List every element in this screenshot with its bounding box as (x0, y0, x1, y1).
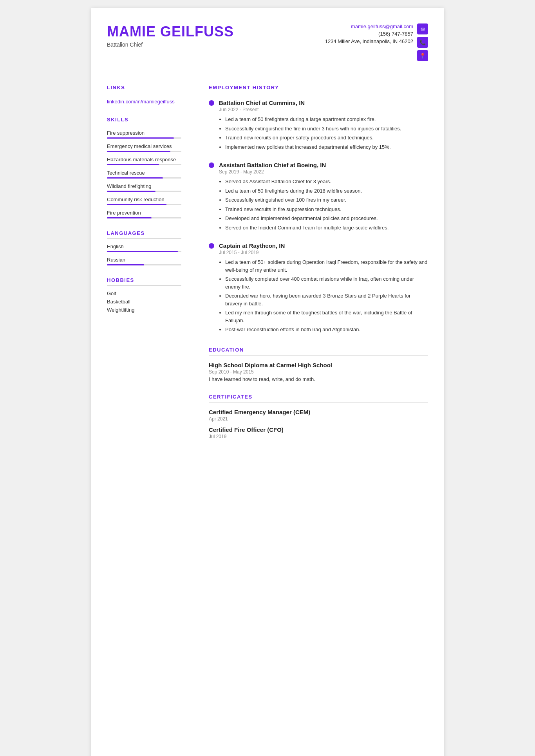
links-title: LINKS (107, 85, 181, 93)
candidate-title: Battalion Chief (107, 41, 234, 48)
sidebar: LINKS linkedin.com/in/mamiegeilfuss SKIL… (91, 73, 193, 463)
job-bullet: Successfully extinguished the fire in un… (225, 125, 428, 133)
skill-bar-bg (107, 204, 181, 205)
certificate-item: Certified Emergency Manager (CEM) Apr 20… (209, 409, 428, 422)
skill-bar-fill (107, 137, 174, 139)
job-bullet: Post-war reconstruction efforts in both … (225, 326, 428, 334)
job-content: Captain at Raytheon, IN Jul 2015 - Jul 2… (219, 242, 428, 335)
certificate-item: Certified Fire Officer (CFO) Jul 2019 (209, 426, 428, 439)
skill-bar-bg (107, 151, 181, 152)
header-left: MAMIE GEILFUSS Battalion Chief (107, 23, 234, 48)
skill-item: Fire prevention (107, 210, 181, 218)
email-link[interactable]: mamie.geilfuss@gmail.com (325, 23, 413, 29)
job-bullet: Led a team of 50 firefighters during the… (225, 187, 428, 195)
skill-bar-fill (107, 191, 155, 192)
job-content: Battalion Chief at Cummins, IN Jun 2022 … (219, 99, 428, 152)
job-bullet: Led my men through some of the toughest … (225, 309, 428, 324)
job-bullet: Led a team of 50+ soldiers during Operat… (225, 258, 428, 274)
resume-header: MAMIE GEILFUSS Battalion Chief mamie.gei… (91, 8, 444, 73)
job-dates: Jul 2015 - Jul 2019 (219, 250, 428, 255)
language-item: English (107, 244, 181, 252)
education-list: High School Diploma at Carmel High Schoo… (209, 362, 428, 382)
skill-bar-bg (107, 164, 181, 165)
skill-bar-bg (107, 137, 181, 139)
phone-number: (156) 747-7857 (325, 31, 413, 37)
job-bullet: Trained new recruits on proper safety pr… (225, 134, 428, 142)
skill-name: Hazardous materials response (107, 157, 181, 162)
job-dot (209, 243, 214, 249)
skill-bar-bg (107, 177, 181, 179)
language-name: English (107, 244, 181, 249)
skill-item: Fire suppression (107, 130, 181, 139)
linkedin-link[interactable]: linkedin.com/in/mamiegeilfuss (107, 98, 181, 105)
job-item: Assistant Battalion Chief at Boeing, IN … (209, 162, 428, 233)
contact-info: mamie.geilfuss@gmail.com (156) 747-7857 … (325, 23, 413, 44)
job-bullet: Developed and implemented departmental p… (225, 215, 428, 222)
edu-title: High School Diploma at Carmel High Schoo… (209, 362, 428, 368)
job-dot-container (209, 242, 214, 335)
language-bar-fill (107, 251, 178, 252)
job-bullet: Successfully completed over 400 combat m… (225, 275, 428, 290)
job-dates: Jun 2022 - Present (219, 107, 428, 112)
language-bar-bg (107, 264, 181, 265)
hobby-item: Basketball (107, 299, 181, 305)
skill-bar-bg (107, 217, 181, 218)
skill-bar-fill (107, 177, 163, 179)
skill-item: Emergency medical services (107, 143, 181, 152)
skill-name: Emergency medical services (107, 143, 181, 149)
languages-title: LANGUAGES (107, 230, 181, 239)
languages-section: LANGUAGES English Russian (107, 230, 181, 265)
skill-item: Technical rescue (107, 170, 181, 179)
job-bullets: Led a team of 50+ soldiers during Operat… (219, 258, 428, 334)
cert-date: Jul 2019 (209, 434, 428, 439)
language-item: Russian (107, 257, 181, 265)
skill-name: Community risk reduction (107, 197, 181, 202)
language-name: Russian (107, 257, 181, 263)
certificates-title: CERTIFICATES (209, 394, 428, 402)
skill-name: Fire prevention (107, 210, 181, 216)
job-title: Assistant Battalion Chief at Boeing, IN (219, 162, 428, 168)
certificates-list: Certified Emergency Manager (CEM) Apr 20… (209, 409, 428, 439)
job-dot-container (209, 162, 214, 233)
skill-bar-fill (107, 164, 159, 165)
linkedin-url[interactable]: linkedin.com/in/mamiegeilfuss (107, 99, 175, 105)
candidate-name: MAMIE GEILFUSS (107, 23, 234, 40)
job-dot (209, 100, 214, 106)
skill-bar-fill (107, 217, 152, 218)
job-bullet: Decorated war hero, having been awarded … (225, 292, 428, 307)
job-bullets: Served as Assistant Battalion Chief for … (219, 178, 428, 231)
contact-icons: ✉ 📞 📍 (417, 23, 428, 61)
edu-dates: Sep 2010 - May 2015 (209, 369, 428, 375)
resume-document: MAMIE GEILFUSS Battalion Chief mamie.gei… (91, 8, 444, 756)
job-dot (209, 162, 214, 168)
hobby-item: Golf (107, 290, 181, 296)
job-bullets: Led a team of 50 firefighters during a l… (219, 115, 428, 151)
job-title: Battalion Chief at Cummins, IN (219, 99, 428, 106)
job-title: Captain at Raytheon, IN (219, 242, 428, 249)
skills-section: SKILLS Fire suppression Emergency medica… (107, 117, 181, 218)
hobby-item: Weightlifting (107, 307, 181, 313)
education-title: EDUCATION (209, 347, 428, 355)
skill-item: Hazardous materials response (107, 157, 181, 165)
job-item: Captain at Raytheon, IN Jul 2015 - Jul 2… (209, 242, 428, 335)
skills-title: SKILLS (107, 117, 181, 125)
right-content: EMPLOYMENT HISTORY Battalion Chief at Cu… (193, 73, 444, 463)
links-section: LINKS linkedin.com/in/mamiegeilfuss (107, 85, 181, 105)
skill-name: Technical rescue (107, 170, 181, 176)
email-icon: ✉ (417, 23, 428, 34)
education-section: EDUCATION High School Diploma at Carmel … (209, 347, 428, 382)
education-item: High School Diploma at Carmel High Schoo… (209, 362, 428, 382)
skills-list: Fire suppression Emergency medical servi… (107, 130, 181, 218)
cert-date: Apr 2021 (209, 416, 428, 422)
skill-bar-fill (107, 151, 170, 152)
hobbies-title: HOBBIES (107, 277, 181, 286)
header-right: mamie.geilfuss@gmail.com (156) 747-7857 … (325, 23, 428, 61)
address: 1234 Miller Ave, Indianapolis, IN 46202 (325, 38, 413, 44)
certificates-section: CERTIFICATES Certified Emergency Manager… (209, 394, 428, 439)
hobbies-list: GolfBasketballWeightlifting (107, 290, 181, 313)
skill-bar-bg (107, 191, 181, 192)
employment-title: EMPLOYMENT HISTORY (209, 85, 428, 93)
phone-icon: 📞 (417, 37, 428, 48)
edu-desc: I have learned how to read, write, and d… (209, 376, 428, 382)
language-bar-fill (107, 264, 144, 265)
